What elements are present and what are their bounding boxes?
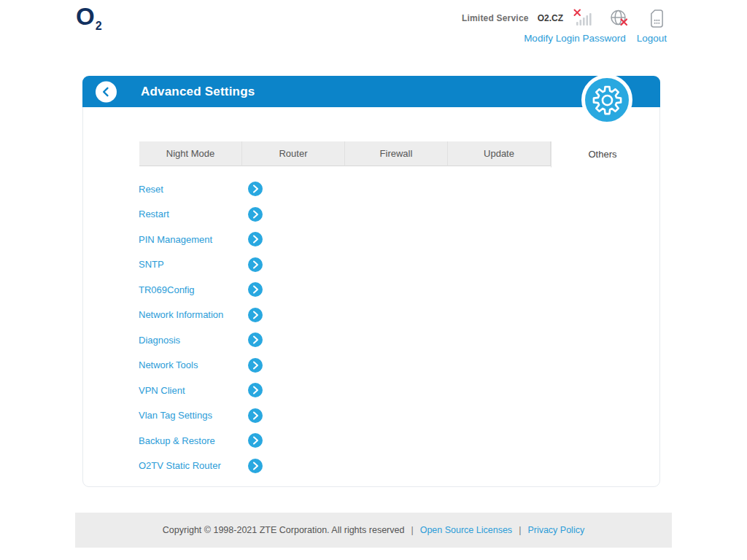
chevron-right-button[interactable] (248, 332, 263, 347)
settings-link-network-tools[interactable]: Network Tools (139, 359, 248, 370)
settings-gear-button[interactable] (581, 74, 632, 125)
logo-subscript: 2 (96, 20, 102, 32)
settings-link-vpn-client[interactable]: VPN Client (139, 385, 248, 396)
chevron-right-button[interactable] (248, 383, 263, 397)
footer: Copyright © 1998-2021 ZTE Corporation. A… (75, 513, 672, 548)
chevron-right-icon (248, 383, 263, 397)
back-button[interactable] (96, 81, 117, 102)
network-name-text: O2.CZ (538, 13, 563, 23)
tab-firewall[interactable]: Firewall (345, 141, 448, 166)
footer-separator: | (519, 525, 521, 535)
list-item: Reset (139, 176, 372, 202)
list-item: Vlan Tag Settings (139, 403, 372, 429)
chevron-right-icon (248, 433, 263, 448)
chevron-right-icon (248, 308, 263, 322)
chevron-right-icon (248, 332, 263, 347)
chevron-right-icon (248, 207, 263, 222)
sim-card-icon (649, 9, 665, 28)
chevron-right-icon (248, 358, 263, 373)
open-source-licenses-link[interactable]: Open Source Licenses (420, 525, 512, 535)
o2-logo: O2 (76, 4, 101, 28)
modify-login-password-link[interactable]: Modify Login Password (524, 33, 626, 44)
settings-link-network-information[interactable]: Network Information (139, 309, 248, 320)
tab-router[interactable]: Router (242, 141, 345, 166)
gear-icon (591, 84, 624, 117)
chevron-right-icon (248, 459, 263, 473)
logout-link[interactable]: Logout (637, 33, 667, 44)
logo-main: O (76, 3, 95, 30)
chevron-right-icon (248, 257, 263, 272)
chevron-right-button[interactable] (248, 459, 263, 473)
settings-link-sntp[interactable]: SNTP (139, 259, 248, 270)
list-item: Network Tools (139, 353, 372, 378)
service-status-text: Limited Service (462, 13, 529, 23)
settings-link-o2tv-static-router[interactable]: O2TV Static Router (139, 460, 248, 471)
list-item: Network Information (139, 303, 372, 328)
footer-separator: | (411, 525, 413, 535)
tab-bar: Night ModeRouterFirewallUpdateOthers (139, 141, 654, 166)
settings-link-diagnosis[interactable]: Diagnosis (139, 335, 248, 346)
list-item: VPN Client (139, 378, 372, 403)
status-bar: Limited Service O2.CZ (462, 9, 665, 28)
page-title: Advanced Settings (141, 85, 255, 99)
settings-link-vlan-tag-settings[interactable]: Vlan Tag Settings (139, 410, 248, 421)
privacy-policy-link[interactable]: Privacy Policy (527, 525, 584, 535)
chevron-right-button[interactable] (248, 232, 263, 246)
tab-night-mode[interactable]: Night Mode (139, 141, 242, 166)
tab-others[interactable]: Others (551, 141, 654, 168)
list-item: PIN Management (139, 227, 372, 252)
chevron-left-icon (99, 85, 113, 98)
panel-header: Advanced Settings (82, 76, 660, 107)
list-item: Backup & Restore (139, 428, 372, 454)
chevron-right-button[interactable] (248, 358, 263, 373)
advanced-settings-panel: Advanced Settings Night ModeRouterFirewa… (82, 76, 660, 487)
chevron-right-button[interactable] (248, 308, 263, 322)
chevron-right-button[interactable] (248, 408, 263, 423)
settings-link-tr069config[interactable]: TR069Config (139, 284, 248, 295)
chevron-right-button[interactable] (248, 282, 263, 297)
tab-update[interactable]: Update (448, 141, 551, 166)
settings-link-pin-management[interactable]: PIN Management (139, 234, 248, 245)
chevron-right-button[interactable] (248, 182, 263, 196)
chevron-right-icon (248, 408, 263, 423)
chevron-right-button[interactable] (248, 257, 263, 272)
list-item: TR069Config (139, 277, 372, 303)
chevron-right-button[interactable] (248, 207, 263, 222)
chevron-right-button[interactable] (248, 433, 263, 448)
account-links: Modify Login Password Logout (524, 33, 667, 44)
copyright-text: Copyright © 1998-2021 ZTE Corporation. A… (163, 525, 405, 535)
internet-disconnected-icon (610, 9, 629, 28)
list-item: O2TV Static Router (139, 454, 372, 479)
chevron-right-icon (248, 232, 263, 246)
chevron-right-icon (248, 182, 263, 196)
settings-link-reset[interactable]: Reset (139, 184, 248, 195)
list-item: SNTP (139, 252, 372, 278)
list-item: Restart (139, 202, 372, 228)
settings-link-backup-restore[interactable]: Backup & Restore (139, 435, 248, 446)
signal-strength-no-service-icon (573, 9, 594, 28)
settings-list: ResetRestartPIN ManagementSNTPTR069Confi… (139, 176, 372, 478)
list-item: Diagnosis (139, 327, 372, 353)
settings-link-restart[interactable]: Restart (139, 209, 248, 219)
chevron-right-icon (248, 282, 263, 297)
